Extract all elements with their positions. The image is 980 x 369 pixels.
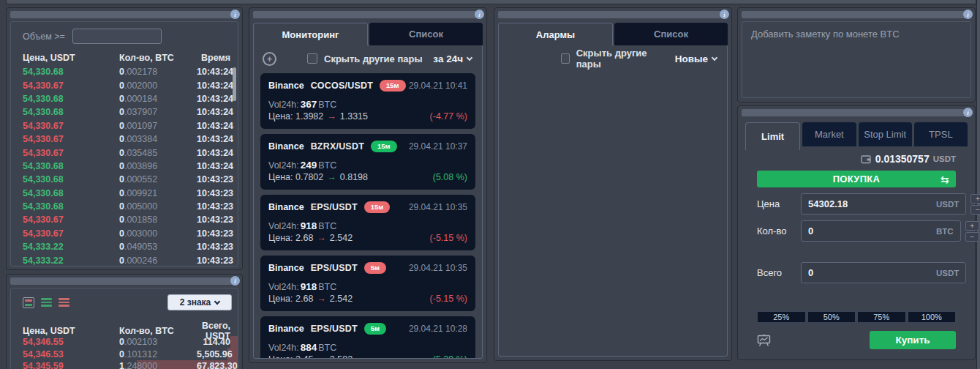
trade-qty: 0.005000 (119, 201, 197, 212)
trade-time: 10:43:24 (197, 121, 233, 131)
trade-qty-frac: .009921 (124, 188, 157, 198)
alarms-filter-dropdown[interactable]: Новые (675, 53, 717, 64)
panel-drag-handle[interactable]: i (10, 277, 238, 285)
tab-tpsl[interactable]: TPSL (914, 122, 968, 146)
add-pair-button[interactable]: + (263, 52, 276, 66)
amount-input[interactable] (808, 225, 936, 236)
tab-monitoring[interactable]: Мониторинг (253, 23, 368, 45)
orderbook-row[interactable]: 54,346.55 0.002103 114.40 (11, 336, 238, 348)
book-bids-view-icon[interactable] (41, 298, 52, 307)
price-line: Цена: 2.68 → 2.542 (-5.15 %) (268, 294, 467, 304)
price-line: Цена: 2.45 → 2.582 (5.39 %) (268, 354, 467, 359)
price-field-row: Цена USDT + − (757, 193, 956, 215)
trade-qty-frac: .001097 (124, 121, 157, 131)
trade-price: 54,333.22 (23, 242, 119, 252)
book-asks-view-icon[interactable] (59, 298, 69, 307)
amount-field: BTC (801, 220, 961, 242)
orderbook-row[interactable]: 54,346.53 0.101312 5,505.96 (11, 348, 238, 359)
period-dropdown[interactable]: за 24ч (433, 53, 472, 64)
table-row: 54,330.68 0.009921 10:43:23 (11, 187, 238, 200)
panel-drag-handle[interactable]: i (742, 109, 971, 116)
signal-card[interactable]: Binance EPS/USDT 5м 29.04.21 10:35 Vol24… (260, 256, 475, 311)
tab-limit[interactable]: Limit (745, 122, 800, 150)
tab-list[interactable]: Список (369, 23, 483, 45)
chart-icon[interactable] (757, 334, 771, 346)
percent-buttons-row: 25% 50% 75% 100% (757, 311, 956, 323)
timeframe-badge: 5м (364, 323, 386, 335)
exchange-name: Binance (268, 263, 304, 273)
swap-side-icon[interactable]: ⇆ (941, 174, 949, 185)
price-line: Цена: 2.68 → 2.542 (-5.15 %) (268, 233, 467, 243)
signal-card[interactable]: Binance EPS/USDT 5м 29.04.21 10:28 Vol24… (260, 316, 475, 359)
trade-qty: 0.002000 (119, 81, 197, 91)
signal-card[interactable]: Binance EPS/USDT 15м 29.04.21 10:35 Vol2… (260, 195, 475, 250)
price-unit: USDT (936, 200, 959, 209)
volume-filter-row: Объем >= (11, 22, 238, 44)
info-icon[interactable]: i (475, 10, 484, 19)
coin-note-textarea[interactable] (742, 22, 970, 97)
tab-stop-limit[interactable]: Stop Limit (859, 122, 912, 146)
info-icon[interactable]: i (230, 276, 240, 286)
total-unit: USDT (936, 269, 959, 277)
ask-qty-int: 1 (119, 361, 124, 369)
price-decrement-button[interactable]: − (970, 205, 980, 215)
trade-time: 10:43:23 (197, 256, 233, 266)
info-icon[interactable]: i (963, 10, 973, 19)
info-icon[interactable]: i (963, 108, 973, 117)
percent-50-button[interactable]: 50% (807, 311, 856, 323)
scrollbar-thumb[interactable] (233, 67, 236, 101)
hide-other-pairs-label: Скрыть другие пары (576, 48, 656, 70)
tab-market[interactable]: Market (802, 122, 856, 146)
side-toggle-buy[interactable]: ПОКУПКА ⇆ (757, 171, 956, 187)
panel-drag-handle[interactable]: i (253, 11, 483, 18)
panel-drag-handle[interactable]: i (498, 11, 728, 18)
price-to: 1.3315 (340, 111, 368, 122)
trade-time: 10:43:24 (197, 94, 233, 104)
volume-value: 249 (301, 160, 317, 171)
col-qty: Кол-во, BTC (119, 326, 197, 336)
amount-increment-button[interactable]: + (965, 221, 979, 231)
signal-card[interactable]: Binance BZRX/USDT 15м 29.04.21 10:37 Vol… (260, 134, 475, 190)
tab-alarms[interactable]: Алармы (498, 23, 613, 45)
tab-list[interactable]: Список (614, 23, 728, 45)
info-icon[interactable]: i (720, 10, 729, 19)
decimals-dropdown[interactable]: 2 знака (167, 294, 232, 310)
trade-qty: 0.000552 (119, 174, 197, 184)
buy-submit-button[interactable]: Купить (870, 331, 956, 349)
orderbook-asks-list: 54,346.55 0.002103 114.40 54,346.53 0.10… (11, 336, 238, 369)
volume-line: Vol24h:884BTC (268, 342, 467, 353)
volume-filter-input[interactable] (72, 29, 162, 44)
trade-time: 10:43:23 (197, 215, 233, 225)
hide-other-pairs-checkbox[interactable] (561, 53, 570, 64)
trade-form-panel: i Limit Market Stop Limit TPSL 0.0135075… (737, 105, 976, 360)
hide-other-pairs-label: Скрыть другие пары (324, 53, 423, 64)
price-input[interactable] (808, 198, 936, 209)
panel-drag-handle[interactable]: i (742, 11, 971, 18)
trades-panel-body: Объем >= Цена, USDT Кол-во, BTC Время 54… (10, 21, 238, 266)
total-input[interactable] (808, 267, 936, 278)
trade-time: 10:43:23 (197, 188, 233, 198)
book-combined-view-icon[interactable] (23, 297, 34, 308)
alarms-filter-value: Новые (675, 53, 708, 64)
orderbook-row[interactable]: 54,345.59 1.248000 67,823.30 (11, 360, 238, 369)
volume-line: Vol24h:918BTC (268, 281, 467, 292)
percent-25-button[interactable]: 25% (757, 311, 806, 323)
hide-other-pairs-checkbox[interactable] (307, 53, 317, 64)
trade-qty-int: 0 (119, 81, 124, 91)
trade-qty-frac: .003896 (124, 161, 157, 171)
percent-75-button[interactable]: 75% (857, 311, 906, 323)
trade-qty-frac: .001858 (124, 215, 157, 225)
exchange-name: Binance (268, 202, 304, 212)
trade-qty-int: 0 (119, 228, 124, 239)
info-icon[interactable]: i (230, 10, 240, 19)
trade-qty-frac: .003384 (124, 134, 157, 144)
price-increment-button[interactable]: + (970, 194, 980, 204)
trade-qty-int: 0 (119, 107, 124, 117)
trade-price: 54,330.67 (23, 121, 119, 131)
signal-card[interactable]: Binance COCOS/USDT 15м 29.04.21 10:41 Vo… (260, 73, 475, 129)
panel-drag-handle[interactable]: i (10, 11, 238, 18)
amount-decrement-button[interactable]: − (965, 232, 979, 242)
percent-100-button[interactable]: 100% (908, 311, 957, 323)
trade-qty: 0.009921 (119, 188, 197, 198)
trades-table-header: Цена, USDT Кол-во, BTC Время (11, 51, 238, 65)
